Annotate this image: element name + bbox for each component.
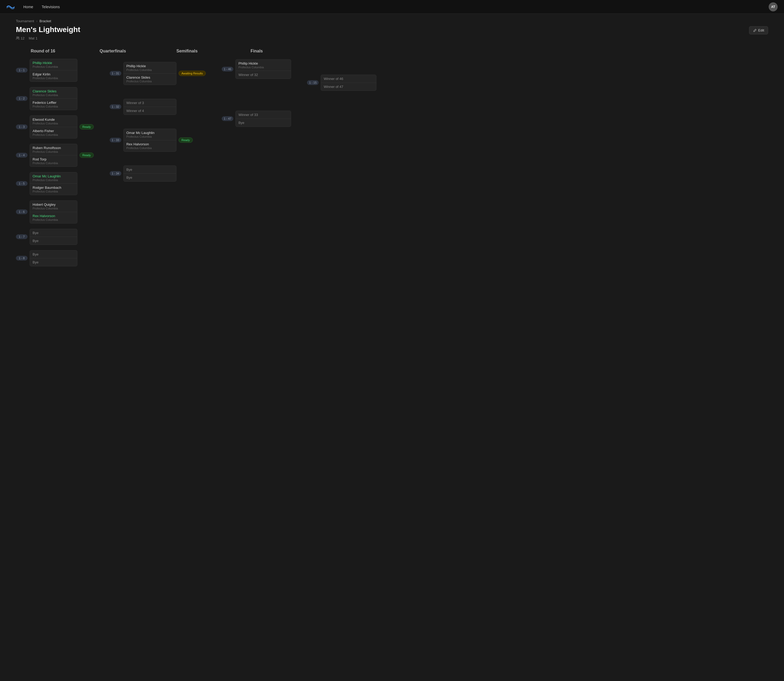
card-1-34[interactable]: Bye Bye — [124, 165, 176, 182]
card-1-3[interactable]: Elwood Kunde Profectus Columbia Alberto … — [30, 116, 77, 138]
user-avatar[interactable]: AT — [769, 2, 778, 11]
sf-column: 1 - 46 Phillip Hickle Profectus Columbia… — [222, 59, 291, 127]
badge-1-32: 1 - 32 — [110, 105, 121, 109]
p1-1-5: Omar Mc Laughlin Profectus Columbia — [30, 173, 77, 184]
card-1-6[interactable]: Hobert Quigley Profectus Columbia Rex Ha… — [30, 200, 77, 223]
card-1-5[interactable]: Omar Mc Laughlin Profectus Columbia Rodg… — [30, 172, 77, 195]
edit-button[interactable]: Edit — [749, 26, 768, 35]
edit-icon — [753, 29, 757, 32]
qf-header: Quarterfinals — [100, 49, 126, 53]
finals-column: 1 - 15 Winner of 46 Winner of 47 — [307, 59, 376, 91]
page-title: Men's Lightweight — [16, 25, 80, 34]
badge-1-46: 1 - 46 — [222, 67, 233, 71]
card-1-15[interactable]: Winner of 46 Winner of 47 — [321, 74, 376, 91]
p2-1-2: Federico Leffler Profectus Columbia — [30, 99, 77, 110]
breadcrumb-separator: › — [36, 19, 37, 23]
breadcrumb-parent[interactable]: Tournament — [16, 19, 34, 23]
card-1-32[interactable]: Winner of 3 Winner of 4 — [124, 99, 176, 115]
breadcrumb: Tournament › Bracket — [0, 14, 784, 24]
mat-meta: Mat 1 — [29, 36, 37, 40]
p1-1-4: Ruben Runolfsson Profectus Columbia — [30, 144, 77, 155]
card-1-7[interactable]: Bye Bye — [30, 229, 77, 245]
badge-1-1: 1 - 1 — [16, 68, 27, 73]
badge-1-7: 1 - 7 — [16, 234, 27, 239]
bracket-wrapper: Round of 16 Quarterfinals Semifinals Fin… — [0, 43, 784, 277]
breadcrumb-current: Bracket — [40, 19, 51, 23]
match-sf-2: 1 - 47 Winner of 33 Bye — [222, 111, 291, 127]
mat-value: 1 — [35, 36, 37, 40]
p1-sf-2: Winner of 33 — [236, 111, 291, 119]
p2-1-7: Bye — [30, 237, 77, 245]
p2-qf-4: Bye — [124, 174, 176, 181]
svg-point-0 — [17, 37, 18, 38]
p1-qf-1: Phillip Hickle Profectus Columbia — [124, 62, 176, 74]
p2-1-4: Rod Torp Profectus Columbia — [30, 155, 77, 166]
p1-1-3: Elwood Kunde Profectus Columbia — [30, 116, 77, 127]
match-r16-4: 1 - 4 Ruben Runolfsson Profectus Columbi… — [16, 144, 94, 167]
match-r16-1: 1 - 1 Phillip Hickle Profectus Columbia … — [16, 59, 94, 82]
match-qf-2: 1 - 32 Winner of 3 Winner of 4 — [110, 99, 206, 115]
match-qf-4: 1 - 34 Bye Bye — [110, 165, 206, 182]
nav-links: Home Televisions — [20, 3, 63, 11]
p1-sf-1: Phillip Hickle Profectus Columbia — [236, 60, 291, 71]
p2-sf-2: Bye — [236, 119, 291, 127]
qf-column: 1 - 31 Phillip Hickle Profectus Columbia… — [110, 59, 206, 182]
edit-label: Edit — [758, 29, 764, 32]
page-meta: 12 Mat 1 — [16, 36, 80, 40]
match-r16-3: 1 - 3 Elwood Kunde Profectus Columbia Al… — [16, 116, 94, 138]
r16-header: Round of 16 — [31, 49, 55, 53]
p1-1-6: Hobert Quigley Profectus Columbia — [30, 201, 77, 212]
card-1-46[interactable]: Phillip Hickle Profectus Columbia Winner… — [235, 59, 291, 79]
finals-header: Finals — [251, 49, 263, 53]
status-1-4: Ready — [79, 152, 94, 158]
match-qf-1: 1 - 31 Phillip Hickle Profectus Columbia… — [110, 62, 206, 85]
p2-1-3: Alberto Fisher Profectus Columbia — [30, 127, 77, 138]
p1-qf-3: Omar Mc Laughlin Profectus Columbia — [124, 129, 176, 140]
p2-1-6: Rex Halvorson Profectus Columbia — [30, 212, 77, 223]
badge-1-34: 1 - 34 — [110, 171, 121, 176]
card-1-47[interactable]: Winner of 33 Bye — [235, 111, 291, 127]
app-logo — [6, 4, 15, 10]
status-1-3: Ready — [79, 124, 94, 130]
page-header-left: Men's Lightweight 12 Mat 1 — [16, 25, 80, 40]
p1-qf-2: Winner of 3 — [124, 99, 176, 107]
p1-1-7: Bye — [30, 229, 77, 237]
nav-televisions[interactable]: Televisions — [38, 3, 63, 11]
card-1-1[interactable]: Phillip Hickle Profectus Columbia Edgar … — [30, 59, 77, 82]
match-finals-1: 1 - 15 Winner of 46 Winner of 47 — [307, 74, 376, 91]
card-1-4[interactable]: Ruben Runolfsson Profectus Columbia Rod … — [30, 144, 77, 167]
card-1-8[interactable]: Bye Bye — [30, 250, 77, 266]
sf-header: Semifinals — [176, 49, 198, 53]
match-r16-7: 1 - 7 Bye Bye — [16, 229, 94, 245]
participants-meta: 12 — [16, 36, 24, 40]
people-icon — [16, 36, 20, 40]
badge-1-15: 1 - 15 — [307, 80, 319, 85]
card-1-2[interactable]: Clarence Skiles Profectus Columbia Feder… — [30, 87, 77, 110]
p1-qf-4: Bye — [124, 166, 176, 174]
card-1-33[interactable]: Omar Mc Laughlin Profectus Columbia Rex … — [124, 129, 176, 152]
match-r16-2: 1 - 2 Clarence Skiles Profectus Columbia… — [16, 87, 94, 110]
match-sf-1: 1 - 46 Phillip Hickle Profectus Columbia… — [222, 59, 291, 79]
svg-point-1 — [18, 37, 19, 38]
p2-finals-1: Winner of 47 — [321, 83, 376, 90]
p2-sf-1: Winner of 32 — [236, 71, 291, 79]
badge-1-47: 1 - 47 — [222, 116, 233, 121]
status-1-33: Ready — [179, 138, 193, 143]
match-r16-8: 1 - 8 Bye Bye — [16, 250, 94, 266]
p1-1-8: Bye — [30, 250, 77, 258]
badge-1-3: 1 - 3 — [16, 124, 27, 129]
badge-1-6: 1 - 6 — [16, 209, 27, 214]
card-1-31[interactable]: Phillip Hickle Profectus Columbia Claren… — [124, 62, 176, 85]
badge-1-2: 1 - 2 — [16, 96, 27, 101]
mat-label: Mat — [29, 36, 35, 40]
p2-1-8: Bye — [30, 258, 77, 266]
match-qf-3: 1 - 33 Omar Mc Laughlin Profectus Columb… — [110, 129, 206, 152]
nav-home[interactable]: Home — [20, 3, 36, 11]
participants-count: 12 — [21, 36, 24, 40]
badge-1-33: 1 - 33 — [110, 138, 121, 143]
match-r16-6: 1 - 6 Hobert Quigley Profectus Columbia … — [16, 200, 94, 223]
p1-finals-1: Winner of 46 — [321, 75, 376, 83]
badge-1-8: 1 - 8 — [16, 256, 27, 261]
status-1-31: Awaiting Results — [179, 71, 206, 76]
p2-qf-1: Clarence Skiles Profectus Columbia — [124, 74, 176, 85]
